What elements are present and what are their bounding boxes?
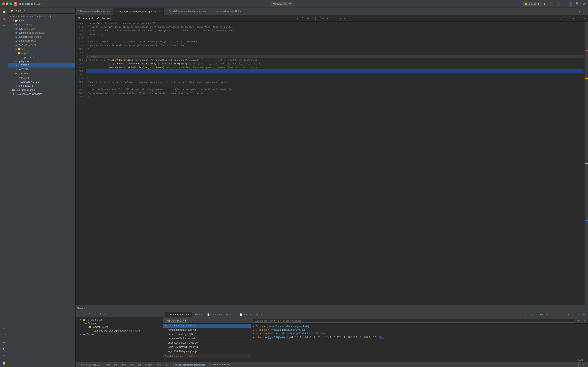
watch-collapse-button[interactable]: ▼ xyxy=(582,318,586,323)
debug-frame-item-1[interactable]: ↩ rememberIdentity:328, Ab xyxy=(163,328,251,332)
tree-item-notice[interactable]: ≡ NOTICE xyxy=(8,67,75,72)
debug-stop-btn[interactable]: ⬛ xyxy=(529,312,533,317)
svc-item-tomcat-server[interactable]: ▼ 🐱 Tomcat Server xyxy=(76,318,163,322)
debug-refresh-btn[interactable]: ↺ xyxy=(518,312,523,317)
debug-tab-server[interactable]: Server xyxy=(192,312,204,317)
search-close-button[interactable]: ✕ xyxy=(582,17,586,20)
tree-item-target[interactable]: ▼ 📁 target xyxy=(8,51,75,55)
svc-close-btn[interactable]: ✕ xyxy=(82,312,86,317)
tree-item-gitignore[interactable]: ⊙ .gitignore xyxy=(8,59,75,63)
breadcrumb-mgt[interactable]: mgt xyxy=(165,364,169,366)
svc-item-running[interactable]: ▼ ▶ Running xyxy=(76,322,163,325)
var-item-subject[interactable]: ▶ ⊙ subject = {WebDelegatingSubject@4740… xyxy=(251,328,588,332)
debug-frame-item-4[interactable]: ↩ onSuccessfulLogin:291, De xyxy=(163,341,251,345)
search-input[interactable] xyxy=(83,17,295,20)
notifications-icon[interactable]: 🔔 xyxy=(1,360,7,366)
search-next-button[interactable]: ↓ xyxy=(335,17,338,20)
maximize-button[interactable] xyxy=(9,2,12,5)
debug-step-out-btn[interactable]: ↑ xyxy=(555,312,560,317)
tree-item-src[interactable]: ▶ 📁 src xyxy=(8,47,75,51)
tree-item-readme[interactable]: ≡ README xyxy=(8,76,75,80)
close-button[interactable] xyxy=(2,2,5,5)
version-control-button[interactable]: Version control ▼ xyxy=(271,2,293,6)
search-regex-button[interactable]: .* xyxy=(311,17,314,20)
settings-button[interactable]: ⚙ xyxy=(582,2,586,6)
debug-frame-item-0[interactable]: ↩ rememberIdentity:356, Ab xyxy=(163,324,251,328)
debug-frame-item-3[interactable]: ↩ rememberMeSuccessfulLo... xyxy=(163,336,251,341)
search-everywhere-button[interactable]: 🔍 xyxy=(575,2,580,6)
run-button[interactable]: ▶ xyxy=(543,2,547,6)
watch-add-button[interactable]: + xyxy=(576,318,581,323)
debug-icon[interactable]: 🐛 xyxy=(1,346,7,352)
watch-input[interactable] xyxy=(253,319,575,323)
debug-frame-item-6[interactable]: ↩ login:256, DelegatingSubje xyxy=(163,349,251,354)
terminal-icon[interactable]: ⌨ xyxy=(1,353,7,359)
search-prev-button[interactable]: ↑ xyxy=(331,17,334,20)
switch-frames-close[interactable]: ✕ xyxy=(196,354,201,359)
debug-step-over-btn[interactable]: ↓ xyxy=(550,312,554,317)
expand-chevron[interactable]: › xyxy=(72,9,73,12)
svc-item-tomcat9[interactable]: ▼ 🐱 Tomcat9 [local] xyxy=(76,325,163,329)
debug-tab-catalina-log[interactable]: 📄 Tomcat Catalina Log xyxy=(237,312,268,317)
debug-settings-btn[interactable]: ⚙ xyxy=(577,312,581,317)
breadcrumb-shiro[interactable]: shiro xyxy=(156,364,162,366)
code-area[interactable]: * Remembers the specified account princi… xyxy=(85,22,585,305)
search-replace-button[interactable]: Cc xyxy=(301,17,305,20)
debug-frame-item-2[interactable]: ↩ onSuccessfulLogin:304, Al xyxy=(163,332,251,336)
debug-eval-btn[interactable]: ⊕ xyxy=(566,312,571,317)
problems-icon[interactable]: ⚠ xyxy=(1,325,7,332)
tree-item-all[interactable]: ▶ ◉ all [shiro-all] xyxy=(8,23,75,27)
tree-item-license[interactable]: ≡ LICENSE xyxy=(8,63,75,67)
tree-item-core[interactable]: ▶ ◉ core [shiro-core] xyxy=(8,27,75,31)
search-clear-button[interactable]: ✕ xyxy=(296,17,300,20)
tree-item-web[interactable]: ▼ ◉ web [shiro-web] xyxy=(8,43,75,47)
status-position[interactable]: 356:1 xyxy=(577,359,586,361)
status-encoding[interactable]: UTF-8 xyxy=(577,364,586,366)
status-git[interactable]: ⎇ shiro-shiro-root-1.2.4 xyxy=(77,363,102,366)
tomcat-badge[interactable]: 🐱 Tomcat9 ▼ xyxy=(523,2,541,6)
debug-edit-btn[interactable]: ✎ xyxy=(571,312,576,317)
breadcrumb-main[interactable]: main xyxy=(121,364,126,366)
search-options-button[interactable]: ⋯ xyxy=(343,17,347,20)
bookmarks-icon[interactable]: 🔖 xyxy=(1,16,7,22)
var-item-this[interactable]: ▶ ⊙ this = {CookieRememberMeManager@4742… xyxy=(251,324,588,328)
debug-restart-btn[interactable]: ↺ xyxy=(534,312,539,317)
tree-item-release-notes[interactable]: ≡ RELEASE-NOTES xyxy=(8,80,75,84)
project-icon[interactable]: 📁 xyxy=(1,8,7,15)
breadcrumb-apache[interactable]: apache xyxy=(145,364,153,366)
tree-item-pom[interactable]: m pom.xml xyxy=(8,72,75,76)
var-bytes-view-link[interactable]: View xyxy=(379,336,384,339)
tree-item-tools[interactable]: ▶ ◉ tools [shiro-tools] xyxy=(8,39,75,43)
breadcrumb-method[interactable]: ⊡ rememberIdentity xyxy=(210,363,230,366)
structure-icon[interactable]: ≡ xyxy=(1,22,7,29)
debug-resume-btn[interactable]: ↺ xyxy=(523,312,528,317)
tab-abstract-rememberme[interactable]: J AbstractRememberMeManager.java ✕ xyxy=(113,8,164,15)
next-error-button[interactable]: ▼ xyxy=(577,17,581,20)
tree-item-scratches[interactable]: ≡ Scratches and Consoles xyxy=(8,92,75,96)
tab-more-button[interactable]: ⋮ xyxy=(582,9,586,13)
breadcrumb-org[interactable]: org xyxy=(138,364,141,366)
debug-run-btn[interactable]: ▶▶ xyxy=(539,312,544,317)
search-filter-button[interactable]: ≡ xyxy=(339,17,342,20)
svc-eye-btn[interactable]: 👁 xyxy=(87,312,92,317)
tree-item-pom-web[interactable]: m pom.xml xyxy=(8,55,75,59)
svc-add-btn[interactable]: + xyxy=(103,312,108,317)
account-button[interactable]: 👤 xyxy=(568,2,573,6)
var-item-account-principals[interactable]: ▶ ⊙ accountPrincipals = {SimplePrincipal… xyxy=(251,332,588,335)
tab-list-button[interactable]: ▼ xyxy=(578,9,581,13)
more-button[interactable]: ⋮ xyxy=(562,2,567,6)
svc-collapse-btn[interactable]: ↑ xyxy=(77,312,81,317)
prev-error-button[interactable]: ▲ xyxy=(572,17,576,20)
tab-rememberme-manager[interactable]: J RememberMeManager.java xyxy=(76,8,113,15)
breadcrumb-java[interactable]: java xyxy=(130,364,134,366)
breadcrumb-core[interactable]: core xyxy=(105,364,110,366)
svc-filter-btn[interactable]: ≡ xyxy=(93,312,97,317)
debug-filter-dropdown[interactable]: "http...UNNING" ≡ ▼ xyxy=(164,319,188,323)
tab-cookie-rememberme[interactable]: J CookieRememberMeManager.java xyxy=(164,8,209,15)
debug-pause-btn[interactable]: ⏸ xyxy=(545,312,549,317)
tree-item-ext-libs[interactable]: ▶ 📚 External Libraries xyxy=(8,88,75,92)
svc-reload-btn[interactable]: ↺ xyxy=(98,312,103,317)
svc-item-docker[interactable]: ▶ 🐳 Docker xyxy=(76,333,163,336)
tab-username-password[interactable]: J UsernamePasswordToken xyxy=(209,8,245,15)
debug-tab-localhost-log[interactable]: 📄 Tomcat Localhost Log xyxy=(205,312,237,317)
